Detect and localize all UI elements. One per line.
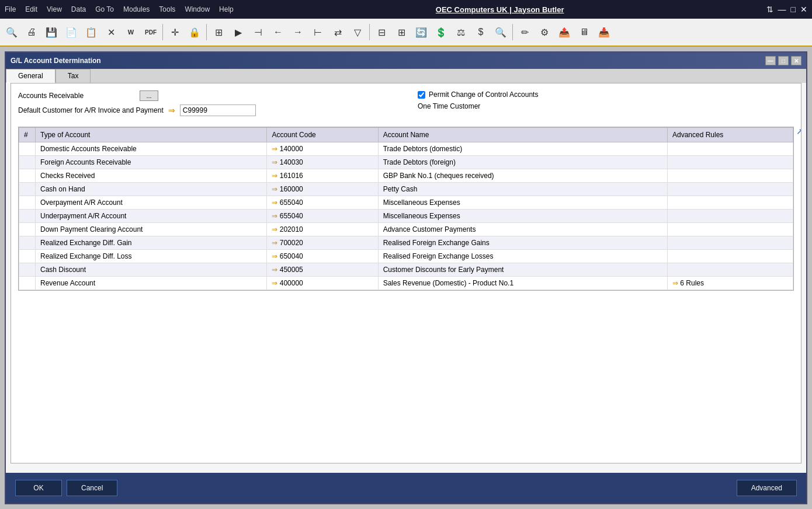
- minimize-btn[interactable]: —: [778, 5, 786, 14]
- refresh-icon[interactable]: ⇄: [328, 23, 347, 41]
- table-row[interactable]: Cash on Hand ⇒ 160000 Petty Cash: [19, 183, 793, 196]
- col-type: Type of Account: [36, 128, 267, 142]
- table-row[interactable]: Revenue Account ⇒ 400000 Sales Revenue (…: [19, 277, 793, 290]
- delete-icon[interactable]: ✕: [102, 23, 120, 41]
- close-btn[interactable]: ✕: [800, 5, 807, 14]
- cell-advanced: [667, 210, 793, 223]
- default-customer-input[interactable]: [180, 104, 256, 116]
- cell-code: ⇒ 655040: [267, 210, 378, 223]
- filter-icon[interactable]: ▽: [348, 23, 367, 41]
- monitor-icon[interactable]: 🖥: [575, 23, 594, 41]
- word-icon[interactable]: W: [122, 23, 140, 41]
- dialog-maximize-btn[interactable]: □: [778, 56, 789, 65]
- cell-advanced: ⇒ 6 Rules: [667, 277, 793, 290]
- cell-num: [19, 250, 36, 263]
- cell-code: ⇒ 202010: [267, 223, 378, 236]
- col-advanced: Advanced Rules: [667, 128, 793, 142]
- cancel-button[interactable]: Cancel: [67, 480, 117, 496]
- permit-change-label: Permit Change of Control Accounts: [429, 90, 538, 99]
- table-row[interactable]: Underpayment A/R Account ⇒ 655040 Miscel…: [19, 210, 793, 223]
- cell-code: ⇒ 160000: [267, 183, 378, 196]
- menu-file[interactable]: File: [5, 5, 16, 13]
- menu-window[interactable]: Window: [185, 5, 210, 13]
- dialog-minimize-btn[interactable]: —: [765, 56, 776, 65]
- cell-name: Miscellaneous Expenses: [378, 196, 667, 210]
- grid-icon[interactable]: ⊞: [209, 23, 228, 41]
- table-row[interactable]: Foreign Accounts Receivable ⇒ 140030 Tra…: [19, 156, 793, 169]
- cell-advanced: [667, 183, 793, 196]
- form-left: Accounts Receivable ... Default Customer…: [18, 90, 394, 120]
- col-icon[interactable]: ⊟: [372, 23, 391, 41]
- cell-type: Overpayment A/R Account: [36, 196, 267, 210]
- cell-num: [19, 236, 36, 250]
- export-icon[interactable]: 📤: [555, 23, 574, 41]
- last-icon[interactable]: ⊢: [308, 23, 327, 41]
- form-right: Permit Change of Control Accounts One Ti…: [418, 90, 794, 120]
- tab-general[interactable]: General: [6, 69, 55, 83]
- move-icon[interactable]: ✛: [165, 23, 184, 41]
- dollar2-icon[interactable]: $: [471, 23, 490, 41]
- menu-view[interactable]: View: [47, 5, 62, 13]
- cell-advanced: [667, 196, 793, 210]
- language-icon[interactable]: ⇅: [766, 5, 773, 14]
- edit2-icon[interactable]: ✏: [515, 23, 534, 41]
- menu-modules[interactable]: Modules: [123, 5, 150, 13]
- doc-icon[interactable]: 📄: [62, 23, 81, 41]
- settings-icon[interactable]: ⚙: [535, 23, 554, 41]
- cell-code: ⇒ 140000: [267, 142, 378, 156]
- menu-bar[interactable]: File Edit View Data Go To Modules Tools …: [5, 5, 234, 13]
- advanced-button[interactable]: Advanced: [737, 480, 797, 496]
- import-icon[interactable]: 📥: [595, 23, 613, 41]
- tab-tax[interactable]: Tax: [55, 69, 91, 83]
- dialog-body: Accounts Receivable ... Default Customer…: [11, 83, 801, 463]
- tab-bar: General Tax: [6, 69, 806, 83]
- copy-icon[interactable]: 📋: [82, 23, 100, 41]
- cell-name: Realised Foreign Exchange Gains: [378, 236, 667, 250]
- lock-icon[interactable]: 🔒: [185, 23, 204, 41]
- table-row[interactable]: Overpayment A/R Account ⇒ 655040 Miscell…: [19, 196, 793, 210]
- cell-name: Trade Debtors (foreign): [378, 156, 667, 169]
- cell-name: Customer Discounts for Early Payment: [378, 263, 667, 277]
- window-controls[interactable]: ⇅ — □ ✕: [766, 5, 807, 14]
- cell-advanced: [667, 263, 793, 277]
- expand-table-icon[interactable]: ↗: [796, 127, 801, 136]
- back-icon[interactable]: 🔄: [412, 23, 431, 41]
- dialog-close-btn[interactable]: ✕: [791, 56, 801, 65]
- save-icon[interactable]: 💾: [42, 23, 61, 41]
- cell-name: Realised Foreign Exchange Losses: [378, 250, 667, 263]
- cell-name: Sales Revenue (Domestic) - Product No.1: [378, 277, 667, 290]
- table-row[interactable]: Down Payment Clearing Account ⇒ 202010 A…: [19, 223, 793, 236]
- next-icon[interactable]: ▶: [229, 23, 248, 41]
- table-row[interactable]: Cash Discount ⇒ 450005 Customer Discount…: [19, 263, 793, 277]
- table-row[interactable]: Checks Received ⇒ 161016 GBP Bank No.1 (…: [19, 169, 793, 183]
- one-time-customer-label: One Time Customer: [418, 102, 480, 110]
- prev-icon[interactable]: ←: [269, 23, 287, 41]
- col-code: Account Code: [267, 128, 378, 142]
- cell-type: Underpayment A/R Account: [36, 210, 267, 223]
- fwd-icon[interactable]: →: [289, 23, 307, 41]
- permit-change-checkbox[interactable]: [418, 91, 425, 99]
- menu-help[interactable]: Help: [219, 5, 234, 13]
- table-row[interactable]: Realized Exchange Diff. Gain ⇒ 700020 Re…: [19, 236, 793, 250]
- search-icon[interactable]: 🔍: [2, 23, 21, 41]
- row-icon[interactable]: ⊞: [392, 23, 411, 41]
- cell-name: Trade Debtors (domestic): [378, 142, 667, 156]
- pdf-icon[interactable]: PDF: [141, 23, 160, 41]
- table-row[interactable]: Domestic Accounts Receivable ⇒ 140000 Tr…: [19, 142, 793, 156]
- ok-button[interactable]: OK: [15, 480, 62, 496]
- accounts-receivable-browse-btn[interactable]: ...: [140, 90, 158, 101]
- menu-tools[interactable]: Tools: [159, 5, 175, 13]
- cell-type: Cash on Hand: [36, 183, 267, 196]
- scale-icon[interactable]: ⚖: [452, 23, 470, 41]
- print-icon[interactable]: 🖨: [22, 23, 41, 41]
- bottom-left-buttons: OK Cancel: [15, 480, 117, 496]
- first-icon[interactable]: ⊣: [249, 23, 268, 41]
- table-row[interactable]: Realized Exchange Diff. Loss ⇒ 650040 Re…: [19, 250, 793, 263]
- maximize-btn[interactable]: □: [791, 5, 796, 14]
- dialog-controls[interactable]: — □ ✕: [765, 56, 801, 65]
- menu-data[interactable]: Data: [71, 5, 86, 13]
- menu-edit[interactable]: Edit: [25, 5, 37, 13]
- zoom-icon[interactable]: 🔍: [491, 23, 510, 41]
- menu-goto[interactable]: Go To: [95, 5, 114, 13]
- dollar-icon[interactable]: 💲: [432, 23, 450, 41]
